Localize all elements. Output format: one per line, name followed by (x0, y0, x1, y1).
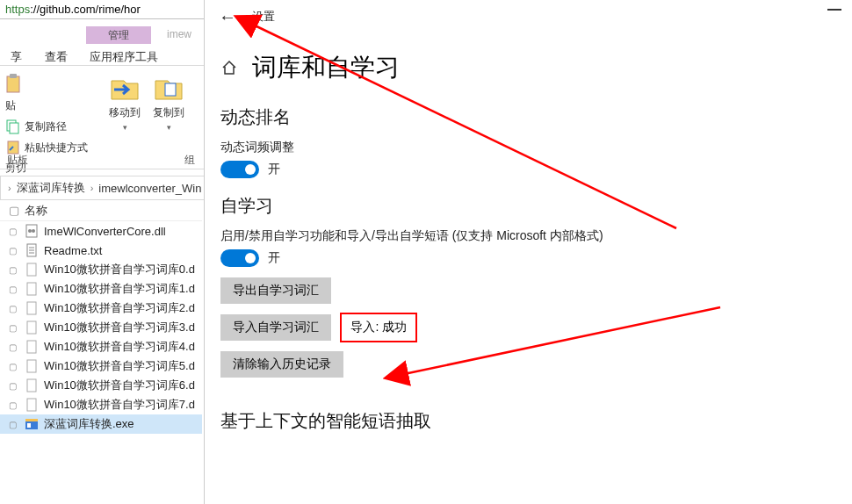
file-list: ▢ 名称 ▢ImeWlConverterCore.dll▢Readme.txt▢… (0, 200, 202, 504)
url-rest: ://github.com/rime/hor (30, 3, 141, 16)
svg-rect-0 (7, 76, 19, 92)
svg-rect-18 (27, 360, 36, 372)
dynamic-freq-toggle[interactable] (220, 161, 259, 178)
toggle-state-label: 开 (268, 162, 280, 177)
ribbon-group-clipboard: 贴板 (7, 153, 28, 168)
file-row[interactable]: ▢Win10微软拼音自学习词库6.d (0, 376, 202, 395)
file-row[interactable]: ▢Win10微软拼音自学习词库4.d (0, 337, 202, 356)
settings-window: ← 设置 词库和自学习 动态排名 动态词频调整 开 自学习 启用/禁用自学习功能… (204, 0, 852, 504)
file-icon (25, 320, 39, 335)
file-row[interactable]: ▢ImeWlConverterCore.dll (0, 221, 202, 241)
clear-history-button[interactable]: 清除输入历史记录 (220, 351, 343, 378)
svg-rect-20 (27, 399, 36, 411)
import-vocab-button[interactable]: 导入自学习词汇 (220, 314, 331, 341)
paste-label[interactable]: 贴 (5, 98, 100, 113)
export-vocab-button[interactable]: 导出自学习词汇 (220, 277, 331, 304)
file-icon (25, 359, 39, 373)
file-row[interactable]: ▢Win10微软拼音自学习词库7.d (0, 395, 202, 414)
file-name: Win10微软拼音自学习词库7.d (44, 397, 195, 413)
svg-rect-19 (27, 379, 36, 392)
svg-rect-22 (25, 419, 38, 421)
svg-rect-23 (27, 423, 31, 428)
svg-point-7 (28, 229, 32, 233)
file-row[interactable]: ▢Readme.txt (0, 241, 202, 260)
chevron-right-icon: › (8, 183, 11, 193)
file-row[interactable]: ▢Win10微软拼音自学习词库0.d (0, 260, 202, 279)
svg-rect-16 (27, 321, 36, 334)
url-protocol: https (5, 3, 30, 16)
breadcrumb-item[interactable]: 深蓝词库转换 (17, 180, 85, 196)
svg-rect-5 (165, 83, 176, 96)
ribbon-group-organize: 组 (184, 153, 195, 168)
file-name: Win10微软拼音自学习词库6.d (44, 378, 195, 393)
ribbon-body: 贴 复制路径 粘贴快捷方式 剪切 移动到▾ (0, 67, 202, 151)
copy-to-button[interactable]: 复制到▾ (149, 72, 188, 133)
file-icon (25, 378, 39, 392)
file-row[interactable]: ▢Win10微软拼音自学习词库1.d (0, 279, 202, 299)
ribbon-manage-tab[interactable]: 管理 (86, 26, 151, 44)
svg-point-8 (32, 229, 35, 233)
svg-rect-15 (27, 302, 36, 314)
svg-rect-17 (27, 341, 36, 353)
copy-path-icon (5, 119, 21, 134)
file-icon (25, 340, 39, 354)
svg-rect-13 (27, 263, 36, 276)
file-name: ImeWlConverterCore.dll (44, 225, 166, 238)
file-name: Win10微软拼音自学习词库4.d (44, 339, 195, 355)
section-self-learning: 自学习 (220, 194, 834, 218)
file-name: Win10微软拼音自学习词库5.d (44, 358, 195, 374)
file-icon (25, 282, 39, 296)
svg-rect-3 (10, 123, 18, 133)
file-row[interactable]: ▢深蓝词库转换.exe (0, 414, 202, 434)
file-icon (25, 417, 39, 431)
copy-to-icon (153, 72, 184, 104)
dynamic-freq-label: 动态词频调整 (220, 140, 834, 155)
file-name: Win10微软拼音自学习词库3.d (44, 320, 195, 335)
settings-header: ← 设置 (205, 0, 852, 33)
breadcrumb-item[interactable]: imewlconverter_Win (98, 182, 201, 195)
file-row[interactable]: ▢Win10微软拼音自学习词库3.d (0, 318, 202, 337)
section-dynamic-ranking: 动态排名 (220, 105, 834, 129)
chevron-right-icon: › (90, 183, 94, 193)
file-name: Readme.txt (44, 244, 102, 257)
page-title: 词库和自学习 (252, 51, 400, 84)
file-icon (25, 263, 39, 277)
move-to-button[interactable]: 移动到▾ (105, 72, 144, 133)
back-button[interactable]: ← (213, 7, 242, 27)
paste-icon[interactable] (5, 74, 23, 95)
home-icon[interactable] (220, 59, 238, 76)
toggle-state-label: 开 (268, 250, 280, 266)
file-icon (25, 243, 39, 257)
minimize-button[interactable] (827, 9, 841, 11)
settings-header-title: 设置 (252, 9, 275, 25)
self-learning-toggle[interactable] (220, 249, 259, 267)
file-name: Win10微软拼音自学习词库1.d (44, 281, 195, 297)
file-name: Win10微软拼音自学习词库0.d (44, 262, 195, 277)
file-row[interactable]: ▢Win10微软拼音自学习词库5.d (0, 356, 202, 376)
file-icon (25, 224, 39, 238)
svg-rect-14 (27, 283, 36, 295)
move-to-icon (109, 72, 141, 104)
copy-path-button[interactable]: 复制路径 (5, 119, 100, 134)
column-header-name[interactable]: ▢ 名称 (0, 200, 202, 221)
file-name: Win10微软拼音自学习词库2.d (44, 300, 195, 316)
file-icon (25, 398, 39, 412)
file-name: 深蓝词库转换.exe (44, 416, 134, 432)
section-context-phrase: 基于上下文的智能短语抽取 (220, 409, 834, 433)
ribbon-title-fragment: imew (167, 28, 191, 40)
svg-rect-1 (10, 74, 17, 78)
file-row[interactable]: ▢Win10微软拼音自学习词库2.d (0, 299, 202, 318)
file-icon (25, 301, 39, 315)
import-status: 导入: 成功 (340, 313, 417, 342)
self-learning-desc: 启用/禁用自学习功能和导入/导出自学短语 (仅支持 Microsoft 内部格式… (220, 228, 834, 244)
